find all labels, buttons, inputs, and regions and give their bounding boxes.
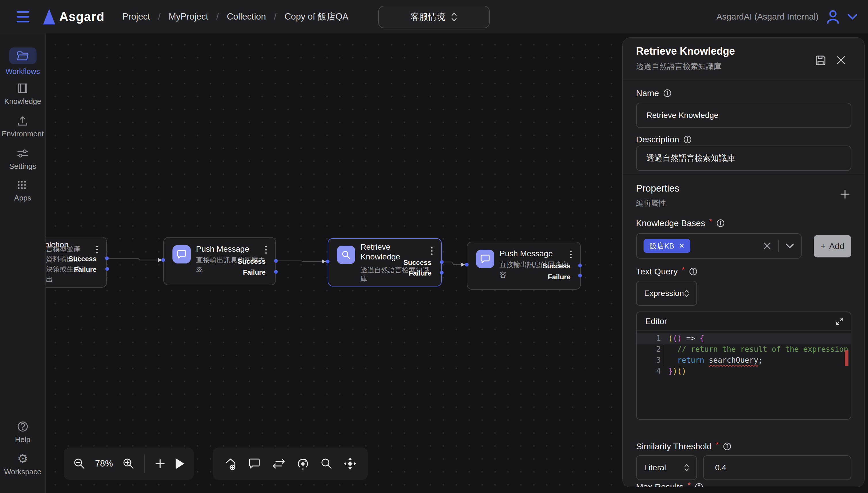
close-icon[interactable] — [836, 55, 846, 65]
panel-divider — [622, 80, 865, 80]
account-label: AsgardAI (Asgard Internal) — [716, 12, 819, 22]
node-push-message[interactable]: Push Message 直接輸出訊息的回應內容 Success Failure — [163, 237, 276, 285]
panel-divider — [622, 174, 865, 174]
info-icon[interactable] — [723, 442, 731, 451]
sidebar-item-help[interactable]: Help — [0, 421, 45, 444]
brand-name: Asgard — [59, 9, 105, 24]
sidebar-item-knowledge[interactable]: Knowledge — [0, 83, 45, 106]
breadcrumb-collection[interactable]: Collection — [227, 12, 266, 22]
apps-grid-icon — [17, 179, 28, 191]
sidebar-item-workspace[interactable]: ⚙ Workspace — [0, 453, 45, 476]
add-node-button[interactable] — [154, 458, 166, 469]
clear-icon[interactable] — [763, 242, 771, 250]
chevron-down-icon — [847, 14, 858, 20]
similarity-mode-select[interactable]: Literal — [636, 455, 697, 480]
add-knowledge-base-button[interactable]: + Add — [814, 235, 851, 257]
info-icon[interactable] — [716, 219, 725, 228]
node-title: Push Message — [196, 244, 249, 254]
left-sidebar: Workflows Knowledge Environment Settings… — [0, 33, 46, 493]
sidebar-item-label: Help — [15, 435, 30, 444]
node-completion[interactable]: pletion 言模型並產 資料輸出以 決策或生成 出 Success Fail… — [45, 237, 107, 287]
chevron-down-icon[interactable] — [785, 243, 794, 249]
edge-arrow-icon — [461, 263, 465, 266]
breadcrumb-project[interactable]: Project — [122, 12, 150, 22]
similarity-value-input[interactable] — [703, 455, 851, 480]
similarity-threshold-label: Similarity Threshold * — [636, 442, 731, 451]
info-icon[interactable] — [663, 89, 672, 98]
chevron-up-down-icon — [684, 290, 689, 297]
kebab-menu-icon[interactable] — [261, 243, 270, 256]
magnifier-icon — [337, 245, 355, 264]
kebab-menu-icon[interactable] — [567, 248, 575, 261]
panel-title: Retrieve Knowledge — [636, 45, 735, 57]
book-icon — [17, 83, 28, 94]
name-input[interactable] — [636, 103, 851, 128]
node-retrieve-knowledge[interactable]: Retrieve Knowledge 透過自然語言檢索知識庫 Success F… — [328, 238, 442, 286]
zoom-in-button[interactable] — [122, 458, 135, 470]
code-area[interactable]: 1 (() => { 2 // return the result of the… — [637, 331, 851, 377]
node-description-line: 言模型並產 — [46, 244, 81, 254]
comment-icon[interactable] — [248, 458, 261, 470]
kebab-menu-icon[interactable] — [93, 243, 101, 256]
sidebar-item-settings[interactable]: Settings — [0, 148, 45, 171]
sliders-icon — [17, 148, 29, 159]
edge-arrow-icon — [158, 258, 162, 262]
text-query-mode-value: Expression — [644, 289, 684, 298]
breadcrumb-separator: / — [274, 12, 276, 22]
swap-arrows-icon[interactable] — [272, 458, 286, 469]
environment-selector[interactable]: 客服情境 — [378, 6, 490, 28]
edge-arrow-icon — [322, 259, 326, 263]
hamburger-menu-icon[interactable] — [17, 11, 29, 22]
restart-idea-icon[interactable] — [297, 457, 309, 470]
node-details-panel: Retrieve Knowledge 透過自然語言檢索知識庫 Name Desc… — [622, 37, 865, 487]
kebab-menu-icon[interactable] — [427, 244, 436, 257]
code-line: 3 return searchQuery; — [637, 355, 851, 366]
chevron-up-down-icon — [684, 464, 689, 472]
sidebar-item-environment[interactable]: Environment — [0, 115, 45, 138]
node-push-message[interactable]: Push Message 直接輸出訊息的回應內容 Success Failure — [467, 242, 581, 290]
save-icon[interactable] — [815, 55, 827, 66]
edge — [442, 262, 461, 265]
knowledge-bases-select[interactable]: 飯店KB ✕ — [636, 233, 802, 259]
properties-title: Properties — [636, 183, 679, 194]
chat-bubble-icon — [476, 250, 494, 268]
folder-open-icon — [9, 47, 37, 64]
edge — [276, 261, 322, 261]
description-field-label: Description — [636, 135, 692, 144]
port-failure-label: Failure — [409, 269, 431, 277]
info-icon[interactable] — [683, 135, 692, 144]
home-add-icon[interactable] — [224, 457, 237, 470]
expand-icon[interactable] — [835, 317, 844, 326]
code-line: 4 })() — [637, 366, 851, 377]
chevron-up-down-icon — [451, 12, 457, 22]
breadcrumb-current: Copy of 飯店QA — [284, 10, 348, 23]
info-icon[interactable] — [695, 483, 703, 487]
upload-icon — [17, 115, 28, 127]
sidebar-item-label: Workflows — [5, 67, 40, 76]
environment-selector-label: 客服情境 — [411, 11, 445, 23]
breadcrumb-separator: / — [158, 12, 161, 22]
name-field-label: Name — [636, 88, 672, 98]
zoom-out-button[interactable] — [73, 458, 85, 470]
play-icon — [176, 458, 184, 469]
move-icon[interactable] — [343, 457, 357, 470]
run-button[interactable] — [176, 458, 184, 469]
account-menu[interactable]: AsgardAI (Asgard Internal) — [716, 0, 858, 33]
add-property-icon[interactable] — [839, 188, 851, 200]
kb-chip[interactable]: 飯店KB ✕ — [643, 239, 690, 253]
info-icon[interactable] — [689, 267, 698, 276]
sidebar-item-apps[interactable]: Apps — [0, 179, 45, 202]
sidebar-item-label: Settings — [9, 162, 36, 171]
top-bar: Asgard Project / MyProject / Collection … — [0, 0, 868, 34]
breadcrumb-myproject[interactable]: MyProject — [169, 12, 208, 22]
editor-title: Editor — [645, 317, 667, 326]
similarity-mode-value: Literal — [644, 463, 666, 472]
editor-header: Editor — [637, 312, 851, 331]
text-query-mode-select[interactable]: Expression — [636, 281, 697, 306]
expression-editor[interactable]: Editor 1 (() => { 2 // return the result… — [636, 312, 851, 420]
sidebar-item-workflows[interactable]: Workflows — [0, 47, 45, 76]
chip-close-icon[interactable]: ✕ — [679, 242, 685, 250]
search-icon[interactable] — [320, 458, 333, 470]
zoom-toolbar: 78% — [64, 448, 194, 480]
description-input[interactable] — [636, 146, 851, 171]
